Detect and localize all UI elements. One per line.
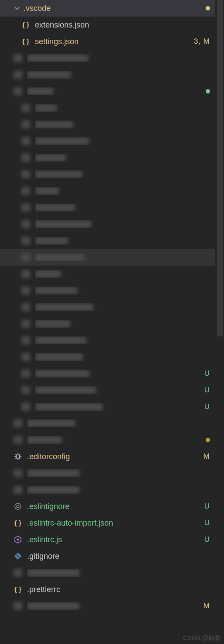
blurred-item[interactable]	[0, 183, 215, 199]
item-label: .editorconfig	[27, 452, 201, 461]
blur-icon	[21, 385, 31, 395]
blurred-item[interactable]	[0, 349, 215, 365]
svg-text:{ }: { }	[14, 519, 21, 526]
blurred-item[interactable]: M	[0, 598, 215, 614]
scrollbar-thumb[interactable]	[217, 0, 223, 336]
blur-icon	[21, 136, 31, 146]
git-status-badge: U	[204, 535, 210, 544]
git-status-badge: M	[203, 452, 210, 461]
file-settings.json[interactable]: { }settings.json3, M	[0, 33, 215, 50]
blur-icon	[21, 336, 31, 345]
blur-icon	[21, 352, 31, 362]
git-status-badge: M	[203, 602, 210, 610]
blurred-item[interactable]	[0, 116, 215, 133]
blurred-item[interactable]	[0, 66, 215, 83]
blur-icon	[21, 369, 31, 378]
item-label	[35, 220, 210, 228]
blur-icon	[21, 253, 31, 262]
blurred-item[interactable]	[0, 166, 215, 183]
blurred-item[interactable]: U	[0, 398, 215, 415]
blur-icon	[21, 319, 31, 329]
file-extensions.json[interactable]: { }extensions.json	[0, 17, 215, 33]
blur-icon	[21, 402, 31, 412]
blur-icon	[21, 286, 31, 295]
blur-icon	[21, 219, 31, 229]
blur-icon	[13, 435, 23, 445]
item-label	[35, 121, 210, 128]
blur-icon	[13, 53, 23, 63]
blurred-item[interactable]	[0, 149, 215, 166]
git-status-badge: 3, M	[194, 37, 210, 46]
item-label	[35, 270, 210, 278]
item-label	[35, 336, 210, 344]
status-dot	[206, 89, 210, 93]
file-.editorconfig[interactable]: .editorconfigM	[0, 448, 215, 465]
blur-icon	[13, 87, 23, 96]
blurred-folder[interactable]	[0, 83, 215, 100]
gear-icon	[13, 452, 23, 461]
svg-point-7	[17, 539, 19, 541]
git-status-badge: U	[204, 386, 210, 395]
item-label	[35, 353, 210, 361]
item-label	[27, 419, 210, 427]
json-icon: { }	[13, 585, 23, 594]
blurred-item[interactable]	[0, 100, 215, 116]
blurred-item[interactable]	[0, 465, 215, 481]
svg-text:{ }: { }	[14, 585, 21, 593]
blur-icon	[21, 153, 31, 163]
blurred-item[interactable]	[0, 133, 215, 149]
folder-vscode[interactable]: .vscode	[0, 0, 215, 17]
blur-icon	[21, 120, 31, 129]
git-status-badge: U	[204, 519, 210, 527]
svg-point-2	[16, 455, 20, 458]
blur-icon	[21, 103, 31, 113]
blurred-item[interactable]: U	[0, 382, 215, 398]
item-label	[27, 569, 210, 577]
json-icon: { }	[21, 37, 31, 46]
blur-icon	[13, 468, 23, 478]
blurred-item[interactable]	[0, 50, 215, 66]
status-dot	[206, 438, 210, 442]
item-label	[35, 403, 202, 411]
item-label	[27, 602, 201, 610]
file-.prettierrc[interactable]: { }.prettierrc	[0, 581, 215, 598]
file-.eslintignore[interactable]: .eslintignoreU	[0, 498, 215, 515]
item-label: .gitignore	[27, 552, 210, 561]
blur-icon	[21, 269, 31, 279]
blurred-item[interactable]	[0, 282, 215, 299]
blur-icon	[21, 203, 31, 212]
target-icon	[13, 502, 23, 511]
blurred-item[interactable]	[0, 299, 215, 315]
item-label	[27, 469, 210, 477]
blur-icon	[13, 419, 23, 428]
blurred-item[interactable]	[0, 266, 215, 282]
blurred-folder[interactable]	[0, 432, 215, 448]
blurred-item[interactable]: U	[0, 365, 215, 382]
item-label: .prettierrc	[27, 585, 210, 594]
file-.eslintrc-auto-import.json[interactable]: { }.eslintrc-auto-import.jsonU	[0, 515, 215, 531]
item-label	[35, 320, 210, 328]
item-label	[35, 170, 210, 178]
file-.gitignore[interactable]: .gitignore	[0, 548, 215, 564]
blurred-item[interactable]	[0, 415, 215, 432]
blurred-item[interactable]	[0, 481, 215, 498]
blurred-item[interactable]	[0, 249, 215, 266]
blurred-item[interactable]	[0, 199, 215, 216]
blurred-item[interactable]	[0, 564, 215, 581]
scrollbar-track[interactable]	[215, 0, 224, 644]
blurred-item[interactable]	[0, 315, 215, 332]
blurred-item[interactable]	[0, 332, 215, 349]
svg-point-3	[15, 503, 21, 509]
blur-icon	[21, 170, 31, 179]
blurred-item[interactable]	[0, 232, 215, 249]
blur-icon	[21, 236, 31, 246]
item-label	[35, 370, 202, 377]
blurred-item[interactable]	[0, 216, 215, 232]
item-label	[27, 54, 210, 62]
item-label	[35, 303, 210, 311]
file-tree[interactable]: .vscode{ }extensions.json{ }settings.jso…	[0, 0, 215, 644]
git-status-badge: U	[204, 369, 210, 378]
item-label: .eslintignore	[27, 502, 202, 511]
git-status-badge: U	[204, 502, 210, 511]
file-.eslintrc.js[interactable]: .eslintrc.jsU	[0, 531, 215, 548]
